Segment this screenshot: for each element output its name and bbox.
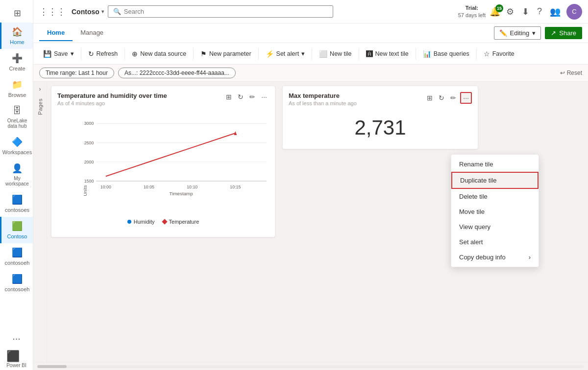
max-title-block: Max temperature As of less than a minute… (289, 92, 357, 106)
max-temp-subtitle: As of less than a minute ago (289, 100, 357, 106)
tab-home[interactable]: Home (39, 25, 73, 41)
menu-copy-debug-info[interactable]: Copy debug info › (451, 250, 539, 265)
view-query-label: View query (459, 223, 490, 231)
share-icon: ↗ (551, 29, 556, 37)
nav-item-myworkspace[interactable]: 👤 My workspace (0, 159, 33, 190)
menu-set-alert[interactable]: Set alert (451, 234, 539, 250)
notification-count: 15 (495, 4, 503, 12)
browse-icon: 📁 (12, 79, 23, 90)
nav-item-onelake[interactable]: 🗄 OneLake data hub (0, 102, 33, 133)
nav-item-contoso[interactable]: 🟩 Contoso (0, 217, 33, 243)
create-icon: ➕ (12, 53, 23, 64)
content-area: › Pages Temperature and humidity over ti… (33, 82, 588, 362)
humidity-label: Humidity (134, 219, 155, 225)
settings-icon[interactable]: ⚙ (504, 4, 516, 19)
legend-humidity: Humidity (127, 219, 155, 225)
editing-button[interactable]: ✏️ Editing ▾ (494, 26, 541, 40)
menu-rename-tile[interactable]: Rename tile (451, 157, 539, 172)
max-tile-actions: ⊞ ↻ ✏ ··· (425, 92, 472, 104)
nav-powerbi: ⬛ Power BI (6, 350, 26, 368)
chart-subtitle: As of 4 minutes ago (57, 100, 167, 106)
menu-view-query[interactable]: View query (451, 219, 539, 234)
nav-item-home[interactable]: 🏠 Home (0, 23, 33, 49)
nav-item-create[interactable]: ➕ Create (0, 49, 33, 75)
brand-name: Contoso (72, 8, 99, 16)
chart-more-icon[interactable]: ··· (259, 92, 269, 102)
nav-item-contosoeh2[interactable]: 🟦 contosoeh (0, 270, 33, 296)
search-icon: 🔍 (113, 8, 121, 15)
nav-label-home: Home (10, 39, 24, 45)
chart-grid-icon[interactable]: ⊞ (224, 92, 234, 102)
max-grid-icon[interactable]: ⊞ (425, 93, 435, 103)
time-range-filter[interactable]: Time range: Last 1 hour (39, 68, 114, 78)
share-settings-icon[interactable]: 👥 (548, 4, 563, 19)
scrollbar-thumb[interactable] (37, 365, 67, 368)
new-text-icon: 🅰 (366, 50, 373, 58)
svg-text:2000: 2000 (84, 160, 94, 164)
new-data-source-button[interactable]: ⊕ New data source (128, 47, 190, 60)
myworkspace-icon: 👤 (12, 163, 23, 174)
set-alert-button[interactable]: ⚡ Set alert ▾ (262, 47, 309, 60)
humidity-dot (127, 220, 131, 224)
chart-tile-header: Temperature and humidity over time As of… (57, 92, 269, 106)
chart-edit-icon[interactable]: ✏ (247, 92, 257, 102)
toolbar-separator-3 (193, 48, 194, 60)
toolbar-separator-6 (359, 48, 359, 60)
svg-text:1500: 1500 (84, 179, 94, 184)
nav-item-grid[interactable]: ⊞ (0, 4, 33, 23)
nav-label-contoso: Contoso (7, 233, 27, 239)
save-button[interactable]: 💾 Save ▾ (39, 47, 78, 60)
avatar[interactable]: C (566, 4, 582, 20)
favorite-button[interactable]: ☆ Favorite (480, 47, 518, 60)
favorite-label: Favorite (492, 50, 514, 57)
reset-button[interactable]: ↩ Reset (560, 69, 582, 76)
chart-refresh-icon[interactable]: ↻ (236, 92, 245, 102)
search-bar[interactable]: 🔍 (108, 5, 333, 18)
max-refresh-icon[interactable]: ↻ (437, 93, 446, 103)
nav-item-contosoes[interactable]: 🟦 contosoes (0, 190, 33, 217)
toolbar-separator-4 (258, 48, 259, 60)
tab-manage[interactable]: Manage (73, 25, 111, 41)
app-grid-icon[interactable]: ⋮⋮⋮ (39, 6, 66, 17)
new-tile-icon: ⬜ (319, 50, 327, 58)
nav-more[interactable]: ··· (12, 333, 21, 344)
set-alert-chevron-icon: ▾ (301, 50, 305, 57)
filter-bar: Time range: Last 1 hour As...: 2222cccc-… (33, 65, 588, 82)
brand[interactable]: Contoso ▾ (72, 8, 104, 16)
max-temp-tile: Max temperature As of less than a minute… (282, 86, 478, 149)
toolbar-separator-7 (416, 48, 416, 60)
refresh-button[interactable]: ↻ Refresh (84, 47, 122, 60)
svg-text:3000: 3000 (84, 121, 94, 126)
save-label: Save (54, 50, 68, 57)
nav-label-myworkspace: My workspace (3, 176, 31, 186)
menu-delete-tile[interactable]: Delete tile (451, 189, 539, 204)
save-icon: 💾 (43, 50, 51, 58)
base-queries-button[interactable]: 📊 Base queries (419, 47, 473, 60)
download-icon[interactable]: ⬇ (520, 4, 531, 19)
max-more-button[interactable]: ··· (460, 92, 472, 104)
asset-filter[interactable]: As...: 2222cccc-33dd-eeee-ff44-aaaaa... (118, 68, 236, 78)
nav-item-contosoeh1[interactable]: 🟦 contosoeh (0, 243, 33, 270)
new-text-tile-button[interactable]: 🅰 New text tile (362, 47, 413, 60)
pages-label: Pages (37, 98, 43, 115)
nav-item-browse[interactable]: 📁 Browse (0, 75, 33, 102)
pages-chevron-icon[interactable]: › (39, 86, 41, 92)
menu-move-tile[interactable]: Move tile (451, 204, 539, 219)
max-temp-value: 2,731 (289, 108, 472, 143)
new-tile-button[interactable]: ⬜ New tile (315, 47, 355, 60)
new-parameter-button[interactable]: ⚑ New parameter (196, 47, 255, 60)
chart-tile: Temperature and humidity over time As of… (51, 86, 275, 237)
search-input[interactable] (124, 8, 328, 15)
help-icon[interactable]: ? (535, 4, 544, 19)
notifications-button[interactable]: 🔔 15 (490, 6, 500, 17)
max-edit-icon[interactable]: ✏ (448, 93, 458, 103)
new-text-label: New text tile (375, 50, 409, 57)
scrollbar-area (33, 362, 588, 370)
scrollbar-track[interactable] (37, 365, 584, 368)
menu-duplicate-tile[interactable]: Duplicate tile (451, 172, 539, 189)
duplicate-tile-label: Duplicate tile (460, 177, 496, 184)
base-queries-label: Base queries (434, 50, 469, 57)
nav-label-onelake: OneLake data hub (3, 118, 31, 129)
nav-item-workspaces[interactable]: 🔷 Workspaces (0, 133, 33, 159)
share-button[interactable]: ↗ Share (545, 27, 582, 39)
